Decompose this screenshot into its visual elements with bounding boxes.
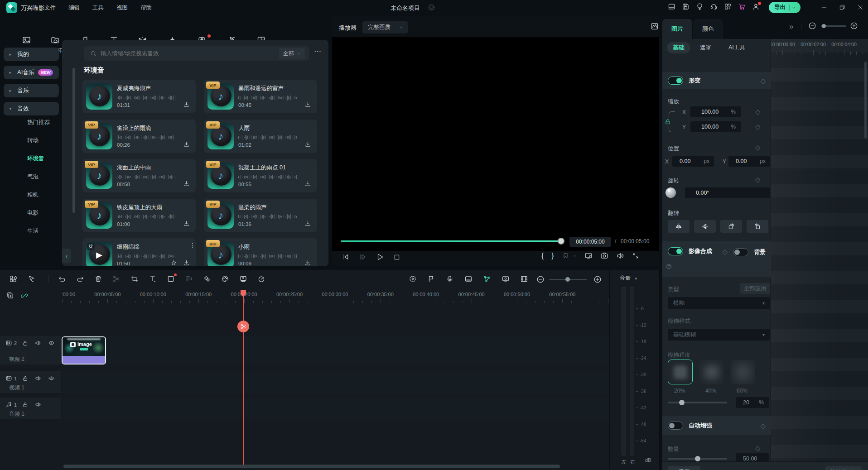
mirror-screen-button[interactable] [584, 252, 593, 260]
download-icon[interactable] [304, 220, 311, 227]
flip-horizontal-button[interactable] [668, 220, 690, 233]
sidebar-subitem-热门推荐[interactable]: 热门推荐 [27, 119, 50, 127]
audio-card[interactable]: VIP ♪ 铁皮屋顶上的大雨 01:00 [82, 199, 196, 232]
step-frame-button[interactable] [359, 253, 366, 261]
split-scissors-icon[interactable] [112, 275, 121, 283]
download-icon[interactable] [183, 101, 190, 108]
card-menu-button[interactable]: ⋮ [189, 242, 196, 249]
blur-slider[interactable] [668, 402, 727, 403]
workspace-icon[interactable] [668, 3, 675, 10]
collapse-panel-icon[interactable]: » [789, 22, 793, 31]
current-timecode[interactable]: 00:00:05:00 [569, 237, 611, 247]
film-strip-icon[interactable] [520, 275, 528, 283]
export-button[interactable]: 导出 [769, 2, 800, 13]
subtab-basic[interactable]: 基础 [667, 42, 690, 53]
bg-type-select[interactable]: 模糊▾ [668, 297, 770, 309]
render-preview-icon[interactable] [409, 275, 417, 283]
download-icon[interactable] [304, 180, 311, 187]
download-icon[interactable] [183, 259, 190, 266]
mark-out-button[interactable]: } [551, 252, 554, 260]
sidebar-subitem-转场[interactable]: 转场 [27, 137, 39, 145]
keyframe-timeline-area[interactable]: 00:00:00:0000:00:02:0000:00:04:00 [771, 39, 868, 462]
export-chevron-icon[interactable] [791, 5, 796, 10]
rotate-input[interactable]: 0.00° [685, 187, 770, 198]
transform-toggle[interactable] [668, 77, 683, 85]
minimize-button[interactable] [820, 3, 828, 11]
audio-card[interactable]: VIP ♪ 湖面上的中雨 00:58 [82, 159, 196, 192]
auto-enhance-toggle[interactable] [668, 422, 683, 430]
blur-value-input[interactable]: 20% [736, 397, 769, 408]
track-mute-icon[interactable] [35, 401, 42, 408]
download-icon[interactable] [304, 141, 311, 148]
lut-board-icon[interactable] [239, 275, 247, 283]
timeline-ruler[interactable]: 00:00:00:0000:00:05:0000:00:10:0000:00:1… [62, 290, 609, 303]
sidebar-item-AI音乐[interactable]: ▸AI音乐NEW [4, 66, 59, 79]
audio-track-icon[interactable] [5, 401, 12, 408]
track-mute-icon[interactable] [35, 340, 42, 346]
voiceover-mic-icon[interactable] [446, 275, 454, 283]
video-track-icon[interactable] [5, 340, 12, 346]
position-y-input[interactable]: 0.00px [728, 156, 770, 167]
volume-label[interactable]: 音量▲ [620, 274, 638, 282]
playhead-split-button[interactable] [237, 321, 249, 332]
stop-button[interactable] [393, 254, 400, 261]
scale-y-input[interactable]: 100.00% [690, 121, 741, 132]
sidebar-subitem-电影[interactable]: 电影 [27, 209, 39, 217]
download-icon[interactable] [304, 259, 311, 266]
kf-zoom-knob[interactable] [822, 24, 826, 28]
audio-card[interactable]: VIP ♪ 小雨 00:09 [204, 238, 317, 266]
background-toggle[interactable] [733, 248, 748, 256]
auto-ripple-link-icon[interactable] [21, 292, 29, 299]
scopes-icon[interactable] [650, 22, 659, 31]
keyframe-panel-button[interactable]: 关键帧面板 [825, 466, 862, 470]
download-icon[interactable] [183, 141, 190, 148]
playhead-line[interactable] [243, 290, 244, 465]
track-lock-icon[interactable] [22, 402, 29, 408]
speed-timer-icon[interactable] [257, 275, 265, 283]
tab-color[interactable]: 颜色 [693, 19, 723, 39]
menu-帮助[interactable]: 帮助 [140, 4, 152, 12]
mark-in-button[interactable]: { [541, 252, 544, 260]
blur-style-select[interactable]: 基础模糊▾ [668, 329, 770, 341]
audio-card[interactable]: ♪ 夏威夷海浪声 01:31 [82, 80, 196, 113]
audio-card[interactable]: VIP ♪ 混凝土上的雨点 01 00:55 [204, 159, 317, 192]
track-mute-icon[interactable] [35, 375, 42, 382]
scale-x-keyframe-icon[interactable]: ◇ [755, 108, 761, 115]
prev-frame-button[interactable] [342, 253, 350, 261]
subtab-mask[interactable]: 遮罩 [700, 44, 711, 52]
preview-scope-icon[interactable] [87, 243, 95, 250]
blur-option-40%[interactable] [699, 360, 724, 384]
position-x-input[interactable]: 0.00px [672, 156, 714, 167]
rotate-knob[interactable] [665, 187, 676, 198]
support-icon[interactable] [710, 3, 718, 10]
player-volume-button[interactable] [616, 252, 624, 260]
sidebar-item-音效[interactable]: ▾音效 [4, 102, 59, 115]
menu-视图[interactable]: 视图 [116, 4, 128, 12]
rotate-cw-button[interactable] [720, 220, 742, 233]
audio-card[interactable]: ▶ 细雨绵绵 01:50⋮ [82, 238, 196, 266]
collapse-sidebar-button[interactable]: ‹ [62, 249, 71, 263]
tab-image[interactable]: 图片 [662, 19, 692, 39]
download-icon[interactable] [183, 180, 190, 187]
amount-keyframe-icon[interactable]: ◇ [755, 445, 761, 451]
apply-all-button[interactable]: 全部应用 [740, 283, 770, 294]
save-icon[interactable] [682, 3, 690, 10]
track-lane-音频 1[interactable] [62, 398, 609, 419]
play-button[interactable] [376, 253, 384, 261]
select-cursor-icon[interactable] [27, 275, 35, 283]
track-visibility-icon[interactable] [48, 340, 55, 346]
restore-button[interactable] [838, 3, 846, 11]
snapshot-button[interactable] [600, 252, 608, 260]
text-to-speech-icon[interactable] [185, 275, 193, 283]
blur-slider-knob[interactable] [679, 400, 685, 405]
seek-handle[interactable] [558, 238, 564, 245]
track-lane-视频 1[interactable] [62, 371, 609, 393]
subtitle-icon[interactable] [464, 275, 473, 283]
blur-option-20%[interactable] [668, 360, 693, 384]
list-scrollbar[interactable] [72, 68, 75, 213]
menu-文件[interactable]: 文件 [44, 4, 56, 12]
position-keyframe-icon[interactable]: ◇ [755, 144, 761, 151]
timeline-zoom-in-button[interactable] [593, 275, 602, 283]
menu-工具[interactable]: 工具 [92, 4, 104, 12]
sidebar-subitem-相机[interactable]: 相机 [27, 191, 39, 199]
